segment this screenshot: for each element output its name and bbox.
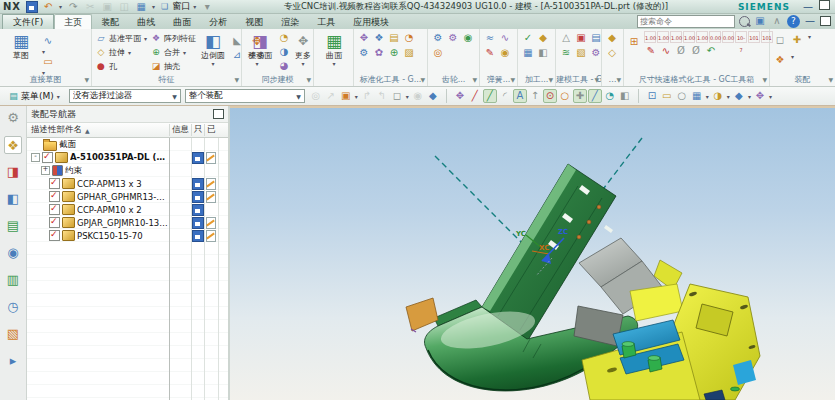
help-icon[interactable]: ?: [787, 15, 800, 28]
model-yellow-flange[interactable]: [630, 284, 683, 321]
triangle-tool-icon[interactable]: △: [559, 31, 573, 45]
tab-file[interactable]: 文件(F): [2, 14, 54, 29]
lasso-select-icon[interactable]: ◻: [390, 89, 404, 103]
component-pattern-icon[interactable]: ❖: [773, 53, 787, 67]
machining-face-icon[interactable]: ◧: [536, 46, 550, 60]
display-mode-caret[interactable]: ▾: [706, 93, 709, 100]
search-icon[interactable]: [739, 16, 750, 27]
tab-surface[interactable]: 曲面: [164, 16, 200, 29]
dim-edit-icon[interactable]: ✎: [644, 44, 658, 58]
deselect-last-icon[interactable]: ↰: [375, 89, 389, 103]
dim-diameter-icon[interactable]: Ø: [674, 44, 688, 58]
tree-row-constraints[interactable]: +约束: [27, 164, 228, 177]
orient-view-caret[interactable]: ▾: [748, 93, 751, 100]
column-modified[interactable]: 已: [204, 124, 218, 136]
minimize-part-window-icon[interactable]: —: [803, 14, 817, 28]
tree-row-sections[interactable]: 截面: [27, 138, 228, 151]
sketch-button[interactable]: ▦ 草图: [3, 31, 39, 61]
group-label-synchronous[interactable]: 同步建模▼: [242, 73, 313, 86]
edge-blend-button[interactable]: ◧ 边倒圆 ▾: [198, 31, 228, 67]
tree-row-component[interactable]: PSKC150-15-70: [27, 229, 228, 242]
machining-prep-icon[interactable]: ◆: [536, 31, 550, 45]
history-icon[interactable]: ◷: [4, 298, 22, 316]
more-view-icon[interactable]: ✥: [753, 89, 767, 103]
command-finder-icon[interactable]: ▣: [753, 14, 767, 28]
tab-tools[interactable]: 工具: [308, 16, 344, 29]
rack-gear-icon[interactable]: ◎: [431, 46, 445, 60]
sync-more-button[interactable]: ✥ 更多 ▾: [293, 31, 313, 67]
snap-point-on-curve-icon[interactable]: A: [513, 89, 527, 103]
checkbox[interactable]: [49, 230, 60, 241]
surface-button[interactable]: ▦ 曲面 ▾: [317, 31, 351, 67]
tab-application[interactable]: 应用模块: [344, 16, 398, 29]
zoom-window-icon[interactable]: ▭: [660, 89, 674, 103]
expand-expander-icon[interactable]: +: [41, 166, 50, 175]
spring-edit-icon[interactable]: ✎: [483, 46, 497, 60]
minimize-window-icon[interactable]: —: [801, 0, 815, 14]
pattern-feature-button[interactable]: ❖阵列特征: [150, 31, 196, 45]
misc-tool-1-icon[interactable]: ◆: [605, 31, 619, 45]
graphics-viewport[interactable]: YC ZC XC: [230, 106, 835, 400]
layer-tool-icon[interactable]: ▤: [589, 31, 603, 45]
group-label-gear[interactable]: 齿轮...▼: [428, 73, 479, 86]
extension-spring-icon[interactable]: ∿: [498, 31, 512, 45]
dim-precision-3-icon[interactable]: 1.00: [670, 31, 682, 43]
settings-tool-icon[interactable]: ⚙: [589, 46, 603, 60]
constraint-navigator-icon[interactable]: ◨: [4, 163, 22, 181]
reuse-library-icon[interactable]: ▤: [4, 217, 22, 235]
cylinder-gear-icon[interactable]: ⚙: [431, 31, 445, 45]
box-tool-icon[interactable]: ▣: [574, 31, 588, 45]
checkbox[interactable]: [49, 204, 60, 215]
dim-diameter-ref-icon[interactable]: Ø: [689, 44, 703, 58]
unite-button[interactable]: ⊕合并▾: [150, 45, 196, 59]
dim-precision-1-icon[interactable]: 1.00: [644, 31, 656, 43]
tab-view[interactable]: 视图: [236, 16, 272, 29]
machining-grid-icon[interactable]: ▦: [521, 46, 535, 60]
tab-assemblies[interactable]: 装配: [92, 16, 128, 29]
window-menu-button[interactable]: ❏ 窗口 ▾: [159, 0, 197, 13]
undo-caret[interactable]: ▾: [59, 3, 62, 10]
studio-spline-caret[interactable]: ▾: [42, 48, 54, 55]
profile-icon[interactable]: ▭: [41, 55, 55, 69]
dim-tolerance-icon[interactable]: 10-7: [735, 31, 747, 43]
group-label-misc[interactable]: …▼: [602, 73, 623, 86]
add-component-icon[interactable]: ✚: [790, 33, 804, 47]
group-label-surface[interactable]: [314, 73, 353, 86]
snap-midpoint-icon[interactable]: ╱: [483, 89, 497, 103]
column-name[interactable]: 描述性部件名▲: [27, 124, 169, 136]
tree-row-component[interactable]: GPJAR_GPJMR10-13-80-...: [27, 216, 228, 229]
minimize-ribbon-icon[interactable]: ∧: [770, 14, 784, 28]
snap-endpoint-icon[interactable]: ╱: [468, 89, 482, 103]
dim-zero-2-icon[interactable]: 0.00: [722, 31, 734, 43]
tab-curve[interactable]: 曲线: [128, 16, 164, 29]
pattern-tool-icon[interactable]: ▧: [574, 46, 588, 60]
gc-part-tools-icon[interactable]: ✥: [357, 31, 371, 45]
checkbox[interactable]: [49, 178, 60, 189]
more-view-caret[interactable]: ▾: [769, 93, 772, 100]
model-orange-tab[interactable]: [406, 298, 438, 331]
capture-icon[interactable]: ▦: [134, 0, 148, 14]
offset-region-icon[interactable]: ◔: [277, 31, 291, 45]
tree-row-component[interactable]: GPHAR_GPHMR13-13-80...: [27, 190, 228, 203]
shade-style-icon[interactable]: ◑: [711, 89, 725, 103]
gc-settings-icon[interactable]: ⚙: [357, 46, 371, 60]
tab-render[interactable]: 渲染: [272, 16, 308, 29]
compression-spring-icon[interactable]: ≈: [483, 31, 497, 45]
snap-arc-center-icon[interactable]: ⊙: [543, 89, 557, 103]
save-icon[interactable]: [26, 1, 38, 13]
group-label-dimension[interactable]: 尺寸快速格式化工具 - GC工具箱▼: [624, 73, 769, 86]
column-readonly[interactable]: 只: [191, 124, 204, 136]
hole-button[interactable]: ●孔: [95, 59, 148, 73]
gc-drawing-tools-icon[interactable]: ▤: [387, 31, 401, 45]
group-label-gc-standard[interactable]: 标准化工具 - G...▼: [354, 73, 427, 86]
cut-icon[interactable]: ✂: [83, 0, 97, 14]
component-pattern-caret[interactable]: ▾: [791, 53, 806, 73]
delete-face-icon[interactable]: ◕: [277, 59, 291, 73]
move-face-button[interactable]: ◨ 移动面: [245, 31, 275, 61]
system-visualization-icon[interactable]: ▸: [4, 352, 22, 370]
wave-link-icon[interactable]: ≋: [559, 46, 573, 60]
group-label-feature[interactable]: 特征▼: [92, 73, 241, 86]
datum-plane-button[interactable]: ▱基准平面▾: [95, 31, 148, 45]
display-mode-icon[interactable]: ▦: [690, 89, 704, 103]
restore-part-window-icon[interactable]: [820, 16, 831, 26]
